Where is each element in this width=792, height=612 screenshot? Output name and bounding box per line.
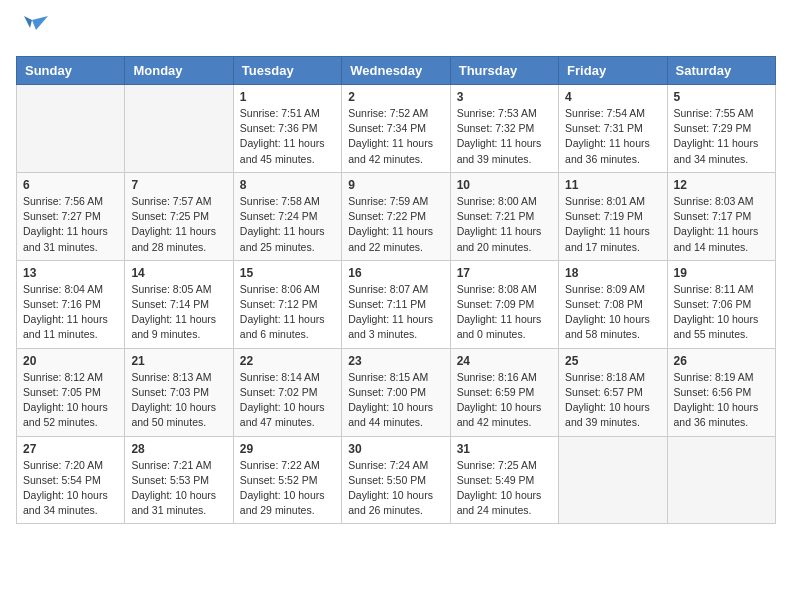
calendar-cell: 24Sunrise: 8:16 AM Sunset: 6:59 PM Dayli… (450, 348, 558, 436)
day-info: Sunrise: 8:16 AM Sunset: 6:59 PM Dayligh… (457, 370, 552, 431)
day-number: 9 (348, 178, 443, 192)
day-number: 23 (348, 354, 443, 368)
calendar-cell: 20Sunrise: 8:12 AM Sunset: 7:05 PM Dayli… (17, 348, 125, 436)
day-number: 4 (565, 90, 660, 104)
day-info: Sunrise: 8:14 AM Sunset: 7:02 PM Dayligh… (240, 370, 335, 431)
calendar-week-1: 1Sunrise: 7:51 AM Sunset: 7:36 PM Daylig… (17, 85, 776, 173)
day-number: 10 (457, 178, 552, 192)
calendar-cell (559, 436, 667, 524)
calendar-cell: 15Sunrise: 8:06 AM Sunset: 7:12 PM Dayli… (233, 260, 341, 348)
calendar-cell: 12Sunrise: 8:03 AM Sunset: 7:17 PM Dayli… (667, 172, 775, 260)
day-number: 17 (457, 266, 552, 280)
day-info: Sunrise: 7:56 AM Sunset: 7:27 PM Dayligh… (23, 194, 118, 255)
weekday-header-friday: Friday (559, 57, 667, 85)
day-info: Sunrise: 8:07 AM Sunset: 7:11 PM Dayligh… (348, 282, 443, 343)
day-number: 22 (240, 354, 335, 368)
day-number: 20 (23, 354, 118, 368)
calendar-week-2: 6Sunrise: 7:56 AM Sunset: 7:27 PM Daylig… (17, 172, 776, 260)
day-info: Sunrise: 8:08 AM Sunset: 7:09 PM Dayligh… (457, 282, 552, 343)
calendar-cell: 10Sunrise: 8:00 AM Sunset: 7:21 PM Dayli… (450, 172, 558, 260)
day-number: 19 (674, 266, 769, 280)
day-number: 12 (674, 178, 769, 192)
day-number: 27 (23, 442, 118, 456)
day-number: 31 (457, 442, 552, 456)
calendar-cell: 26Sunrise: 8:19 AM Sunset: 6:56 PM Dayli… (667, 348, 775, 436)
weekday-header-saturday: Saturday (667, 57, 775, 85)
day-number: 5 (674, 90, 769, 104)
day-info: Sunrise: 8:09 AM Sunset: 7:08 PM Dayligh… (565, 282, 660, 343)
day-info: Sunrise: 7:20 AM Sunset: 5:54 PM Dayligh… (23, 458, 118, 519)
day-info: Sunrise: 8:06 AM Sunset: 7:12 PM Dayligh… (240, 282, 335, 343)
day-info: Sunrise: 8:04 AM Sunset: 7:16 PM Dayligh… (23, 282, 118, 343)
calendar-cell (667, 436, 775, 524)
day-info: Sunrise: 7:57 AM Sunset: 7:25 PM Dayligh… (131, 194, 226, 255)
day-number: 1 (240, 90, 335, 104)
calendar-cell: 14Sunrise: 8:05 AM Sunset: 7:14 PM Dayli… (125, 260, 233, 348)
day-info: Sunrise: 8:19 AM Sunset: 6:56 PM Dayligh… (674, 370, 769, 431)
day-info: Sunrise: 8:13 AM Sunset: 7:03 PM Dayligh… (131, 370, 226, 431)
logo-icon (16, 16, 48, 44)
weekday-header-sunday: Sunday (17, 57, 125, 85)
day-info: Sunrise: 7:55 AM Sunset: 7:29 PM Dayligh… (674, 106, 769, 167)
calendar-body: 1Sunrise: 7:51 AM Sunset: 7:36 PM Daylig… (17, 85, 776, 524)
calendar-cell: 19Sunrise: 8:11 AM Sunset: 7:06 PM Dayli… (667, 260, 775, 348)
calendar-cell: 18Sunrise: 8:09 AM Sunset: 7:08 PM Dayli… (559, 260, 667, 348)
svg-marker-1 (24, 16, 32, 28)
day-info: Sunrise: 8:03 AM Sunset: 7:17 PM Dayligh… (674, 194, 769, 255)
calendar-cell: 30Sunrise: 7:24 AM Sunset: 5:50 PM Dayli… (342, 436, 450, 524)
day-number: 26 (674, 354, 769, 368)
day-info: Sunrise: 7:53 AM Sunset: 7:32 PM Dayligh… (457, 106, 552, 167)
calendar-cell: 2Sunrise: 7:52 AM Sunset: 7:34 PM Daylig… (342, 85, 450, 173)
day-info: Sunrise: 7:21 AM Sunset: 5:53 PM Dayligh… (131, 458, 226, 519)
weekday-header-thursday: Thursday (450, 57, 558, 85)
day-info: Sunrise: 7:54 AM Sunset: 7:31 PM Dayligh… (565, 106, 660, 167)
calendar-cell: 1Sunrise: 7:51 AM Sunset: 7:36 PM Daylig… (233, 85, 341, 173)
day-number: 18 (565, 266, 660, 280)
day-info: Sunrise: 7:24 AM Sunset: 5:50 PM Dayligh… (348, 458, 443, 519)
calendar-cell: 27Sunrise: 7:20 AM Sunset: 5:54 PM Dayli… (17, 436, 125, 524)
day-number: 8 (240, 178, 335, 192)
calendar-cell: 5Sunrise: 7:55 AM Sunset: 7:29 PM Daylig… (667, 85, 775, 173)
day-info: Sunrise: 7:52 AM Sunset: 7:34 PM Dayligh… (348, 106, 443, 167)
logo (16, 16, 52, 44)
day-number: 21 (131, 354, 226, 368)
day-number: 16 (348, 266, 443, 280)
svg-marker-0 (32, 16, 48, 30)
calendar-cell: 23Sunrise: 8:15 AM Sunset: 7:00 PM Dayli… (342, 348, 450, 436)
calendar-cell: 13Sunrise: 8:04 AM Sunset: 7:16 PM Dayli… (17, 260, 125, 348)
weekday-header-tuesday: Tuesday (233, 57, 341, 85)
day-number: 24 (457, 354, 552, 368)
day-number: 13 (23, 266, 118, 280)
calendar-cell: 21Sunrise: 8:13 AM Sunset: 7:03 PM Dayli… (125, 348, 233, 436)
calendar-cell: 11Sunrise: 8:01 AM Sunset: 7:19 PM Dayli… (559, 172, 667, 260)
day-number: 29 (240, 442, 335, 456)
day-number: 6 (23, 178, 118, 192)
day-info: Sunrise: 8:11 AM Sunset: 7:06 PM Dayligh… (674, 282, 769, 343)
day-info: Sunrise: 8:00 AM Sunset: 7:21 PM Dayligh… (457, 194, 552, 255)
calendar-header-row: SundayMondayTuesdayWednesdayThursdayFrid… (17, 57, 776, 85)
day-info: Sunrise: 8:01 AM Sunset: 7:19 PM Dayligh… (565, 194, 660, 255)
calendar-cell (17, 85, 125, 173)
day-info: Sunrise: 7:25 AM Sunset: 5:49 PM Dayligh… (457, 458, 552, 519)
calendar-cell: 25Sunrise: 8:18 AM Sunset: 6:57 PM Dayli… (559, 348, 667, 436)
day-info: Sunrise: 8:15 AM Sunset: 7:00 PM Dayligh… (348, 370, 443, 431)
day-number: 15 (240, 266, 335, 280)
calendar-cell: 29Sunrise: 7:22 AM Sunset: 5:52 PM Dayli… (233, 436, 341, 524)
calendar-cell: 6Sunrise: 7:56 AM Sunset: 7:27 PM Daylig… (17, 172, 125, 260)
day-info: Sunrise: 8:05 AM Sunset: 7:14 PM Dayligh… (131, 282, 226, 343)
calendar-cell: 7Sunrise: 7:57 AM Sunset: 7:25 PM Daylig… (125, 172, 233, 260)
day-info: Sunrise: 7:59 AM Sunset: 7:22 PM Dayligh… (348, 194, 443, 255)
calendar-cell: 31Sunrise: 7:25 AM Sunset: 5:49 PM Dayli… (450, 436, 558, 524)
day-number: 2 (348, 90, 443, 104)
day-info: Sunrise: 7:22 AM Sunset: 5:52 PM Dayligh… (240, 458, 335, 519)
day-info: Sunrise: 8:12 AM Sunset: 7:05 PM Dayligh… (23, 370, 118, 431)
day-info: Sunrise: 7:51 AM Sunset: 7:36 PM Dayligh… (240, 106, 335, 167)
calendar-week-5: 27Sunrise: 7:20 AM Sunset: 5:54 PM Dayli… (17, 436, 776, 524)
day-number: 28 (131, 442, 226, 456)
weekday-header-monday: Monday (125, 57, 233, 85)
calendar-cell: 4Sunrise: 7:54 AM Sunset: 7:31 PM Daylig… (559, 85, 667, 173)
page-header (16, 16, 776, 44)
calendar-week-3: 13Sunrise: 8:04 AM Sunset: 7:16 PM Dayli… (17, 260, 776, 348)
day-number: 11 (565, 178, 660, 192)
calendar-cell: 16Sunrise: 8:07 AM Sunset: 7:11 PM Dayli… (342, 260, 450, 348)
